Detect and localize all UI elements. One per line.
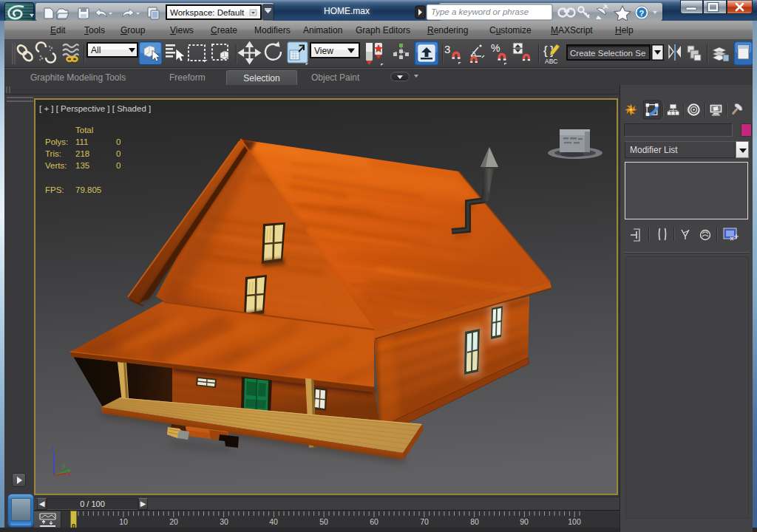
svg-text:50: 50 <box>319 517 328 526</box>
svg-text:z: z <box>50 445 54 452</box>
svg-text:70: 70 <box>420 517 429 526</box>
svg-text:Create Selection Se: Create Selection Se <box>570 49 645 58</box>
svg-text:80: 80 <box>470 517 479 526</box>
svg-text:60: 60 <box>370 517 378 526</box>
svg-text:30: 30 <box>220 517 228 526</box>
svg-text:0: 0 <box>116 149 120 158</box>
svg-text:218: 218 <box>75 149 89 158</box>
svg-text:%: % <box>491 42 500 54</box>
svg-text:Polys:: Polys: <box>45 137 68 146</box>
svg-text:x: x <box>68 470 72 477</box>
svg-text:[ + ] [ Perspective ] [ Shaded: [ + ] [ Perspective ] [ Shaded ] <box>39 104 151 113</box>
svg-text:10: 10 <box>119 517 128 526</box>
svg-text:All: All <box>91 45 101 55</box>
svg-text:79.805: 79.805 <box>75 185 101 194</box>
svg-text:0: 0 <box>116 137 120 146</box>
svg-text:Workspace: Default: Workspace: Default <box>170 8 245 17</box>
svg-text:111: 111 <box>75 137 88 146</box>
svg-text:ABC: ABC <box>545 58 557 65</box>
svg-text:20: 20 <box>169 517 178 526</box>
svg-text:{: { <box>543 44 548 58</box>
svg-text:135: 135 <box>75 161 89 170</box>
svg-text:Total: Total <box>75 126 93 134</box>
svg-text:?: ? <box>639 9 645 18</box>
svg-text:Type a keyword or phrase: Type a keyword or phrase <box>431 7 529 16</box>
svg-text:90: 90 <box>520 517 529 526</box>
svg-text:FPS:: FPS: <box>45 185 64 194</box>
svg-text:Verts:: Verts: <box>45 161 67 170</box>
svg-text:40: 40 <box>269 517 278 526</box>
svg-text:100: 100 <box>568 517 581 526</box>
svg-text:Tris:: Tris: <box>45 149 61 158</box>
svg-text:0: 0 <box>116 161 120 170</box>
svg-text:y: y <box>62 462 66 469</box>
svg-text:View: View <box>314 46 333 56</box>
svg-text:3: 3 <box>444 43 450 55</box>
